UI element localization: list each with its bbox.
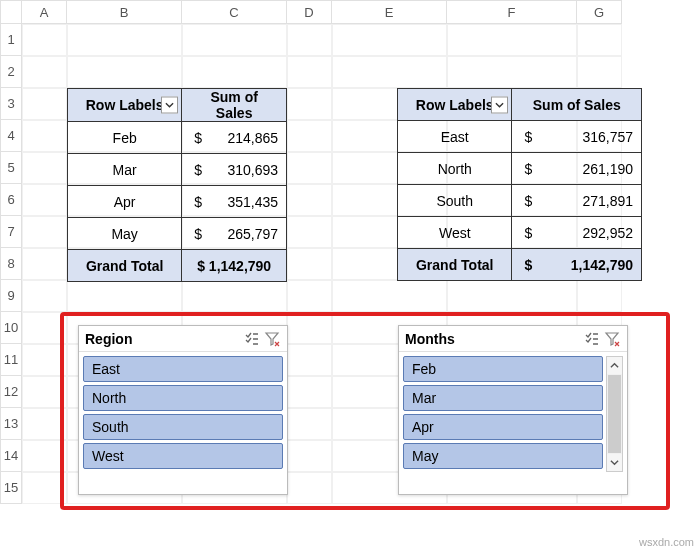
chevron-down-icon <box>495 100 504 109</box>
col-header-E[interactable]: E <box>332 0 447 24</box>
pivot1-header-sum: Sum of Sales <box>210 89 257 121</box>
pivot1-row-label[interactable]: Mar <box>68 154 182 186</box>
row-header-11[interactable]: 11 <box>0 344 22 376</box>
row-header-3[interactable]: 3 <box>0 88 22 120</box>
pivot2-header-rowlabels: Row Labels <box>416 97 494 113</box>
row-header-1[interactable]: 1 <box>0 24 22 56</box>
col-header-B[interactable]: B <box>67 0 182 24</box>
row-header-5[interactable]: 5 <box>0 152 22 184</box>
clear-filter-icon[interactable] <box>603 330 621 348</box>
pivot2-row-label[interactable]: South <box>398 185 512 217</box>
watermark: wsxdn.com <box>639 536 694 548</box>
slicer-item-north[interactable]: North <box>83 385 283 411</box>
pivot1-row-value[interactable]: $351,435 <box>182 186 287 218</box>
pivot2-row-value[interactable]: $292,952 <box>512 217 642 249</box>
pivot1-row-value[interactable]: $214,865 <box>182 122 287 154</box>
pivot1-row-label[interactable]: Apr <box>68 186 182 218</box>
row-header-12[interactable]: 12 <box>0 376 22 408</box>
slicer-scrollbar[interactable] <box>606 356 623 472</box>
slicer-months[interactable]: Months Feb Mar Apr May <box>398 325 628 495</box>
slicer-item-south[interactable]: South <box>83 414 283 440</box>
row-header-8[interactable]: 8 <box>0 248 22 280</box>
pivot2-total-label[interactable]: Grand Total <box>398 249 512 281</box>
multi-select-icon[interactable] <box>243 330 261 348</box>
pivot1-total-label[interactable]: Grand Total <box>68 250 182 282</box>
col-header-G[interactable]: G <box>577 0 622 24</box>
slicer-item-apr[interactable]: Apr <box>403 414 603 440</box>
pivot1-header-rowlabels: Row Labels <box>86 97 164 113</box>
pivot1-row-value[interactable]: $310,693 <box>182 154 287 186</box>
clear-filter-icon[interactable] <box>263 330 281 348</box>
pivot2-row-value[interactable]: $271,891 <box>512 185 642 217</box>
pivot2-row-label[interactable]: West <box>398 217 512 249</box>
row-header-14[interactable]: 14 <box>0 440 22 472</box>
select-all-corner[interactable] <box>0 0 22 24</box>
row-header-2[interactable]: 2 <box>0 56 22 88</box>
row-header-13[interactable]: 13 <box>0 408 22 440</box>
pivot1-filter-dropdown[interactable] <box>161 97 178 114</box>
row-header-4[interactable]: 4 <box>0 120 22 152</box>
pivot1-row-label[interactable]: Feb <box>68 122 182 154</box>
pivot1-row-value[interactable]: $265,797 <box>182 218 287 250</box>
pivot2-filter-dropdown[interactable] <box>491 96 508 113</box>
pivot-table-months: Row Labels Sum of Sales Feb$214,865 Mar$… <box>67 88 287 282</box>
pivot1-total-value[interactable]: $ 1,142,790 <box>182 250 287 282</box>
slicer-region-title: Region <box>85 331 241 347</box>
slicer-item-feb[interactable]: Feb <box>403 356 603 382</box>
scroll-down-button[interactable] <box>607 454 622 471</box>
slicer-item-west[interactable]: West <box>83 443 283 469</box>
chevron-up-icon <box>610 361 619 370</box>
pivot2-row-label[interactable]: East <box>398 121 512 153</box>
col-header-C[interactable]: C <box>182 0 287 24</box>
pivot2-row-label[interactable]: North <box>398 153 512 185</box>
pivot2-total-value[interactable]: $1,142,790 <box>512 249 642 281</box>
pivot-table-regions: Row Labels Sum of Sales East$316,757 Nor… <box>397 88 642 281</box>
slicer-item-may[interactable]: May <box>403 443 603 469</box>
row-header-10[interactable]: 10 <box>0 312 22 344</box>
col-header-D[interactable]: D <box>287 0 332 24</box>
pivot2-row-value[interactable]: $261,190 <box>512 153 642 185</box>
slicer-months-title: Months <box>405 331 581 347</box>
slicer-item-mar[interactable]: Mar <box>403 385 603 411</box>
col-header-F[interactable]: F <box>447 0 577 24</box>
col-header-A[interactable]: A <box>22 0 67 24</box>
scroll-up-button[interactable] <box>607 357 622 374</box>
pivot1-row-label[interactable]: May <box>68 218 182 250</box>
row-header-9[interactable]: 9 <box>0 280 22 312</box>
row-header-7[interactable]: 7 <box>0 216 22 248</box>
pivot2-header-sum: Sum of Sales <box>533 97 621 113</box>
chevron-down-icon <box>610 458 619 467</box>
scroll-thumb[interactable] <box>608 375 621 453</box>
multi-select-icon[interactable] <box>583 330 601 348</box>
slicer-region[interactable]: Region East North South West <box>78 325 288 495</box>
slicer-item-east[interactable]: East <box>83 356 283 382</box>
row-header-6[interactable]: 6 <box>0 184 22 216</box>
row-header-15[interactable]: 15 <box>0 472 22 504</box>
chevron-down-icon <box>165 101 174 110</box>
pivot2-row-value[interactable]: $316,757 <box>512 121 642 153</box>
